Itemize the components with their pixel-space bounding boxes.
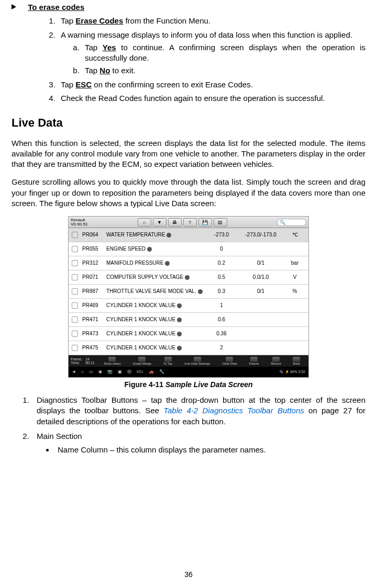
param-id: PR064 (82, 231, 106, 239)
info-icon[interactable] (198, 289, 203, 294)
tool-icon: ▼ (157, 219, 162, 225)
ss-tool-button[interactable]: ▼ (153, 218, 167, 227)
ss-home-button[interactable]: ⌂ (138, 218, 151, 227)
table-link[interactable]: Table 4-2 Diagnostics Toolbar Buttons (163, 406, 304, 415)
paragraph-2: Gesture scrolling allows you to quickly … (12, 177, 365, 209)
param-value: 0.6 (206, 316, 237, 323)
heading-live-data: Live Data (12, 115, 365, 131)
param-name: THROTTLE VALVE SAFE MODE VAL. (106, 288, 206, 295)
bottom-button[interactable]: Record (271, 357, 281, 366)
param-unit: % (284, 288, 305, 295)
bottom-button-icon (138, 357, 146, 362)
bottom-button-label: Live Data Settings (184, 362, 210, 366)
data-row[interactable]: PR887THROTTLE VALVE SAFE MODE VAL. 0.30/… (69, 285, 308, 299)
save-icon: 💾 (202, 219, 208, 225)
row-checkbox[interactable] (72, 260, 78, 266)
row-checkbox[interactable] (72, 288, 78, 295)
param-name: MANIFOLD PRESSURE (106, 259, 206, 267)
row-checkbox[interactable] (72, 246, 78, 252)
data-row[interactable]: PR055ENGINE SPEED 0 (69, 242, 308, 256)
bottom-button-label: Clear Data (222, 362, 237, 366)
ss-nav-bar: ◄ ⌂ ▭ ◉ 📷 ▣ Ⓜ VCI. 🚗 🔧 🔌 ⚡34% 3:52 (69, 367, 308, 377)
info-icon[interactable] (177, 318, 182, 322)
param-range: -273.0/-173.0 (237, 231, 284, 239)
ss-help-button[interactable]: ? (183, 218, 197, 227)
data-row[interactable]: PR312MANIFOLD PRESSURE 0.20/1bar (69, 256, 308, 270)
search-icon: 🔍 (280, 219, 285, 225)
info-icon[interactable] (177, 303, 182, 308)
param-value: 0.36 (206, 330, 237, 337)
param-id: PR312 (82, 259, 106, 267)
bottom-button[interactable]: Graph Merge (132, 357, 151, 366)
data-row[interactable]: PR071COMPUTER SUPPLY VOLTAGE 0.50.0/1.0V (69, 270, 308, 285)
ss-search-input[interactable]: 🔍 (277, 219, 306, 226)
data-row[interactable]: PR064WATER TEMPERATURE -273.0-273.0/-173… (69, 228, 308, 242)
info-icon[interactable] (177, 332, 182, 336)
bottom-button[interactable]: Live Data Settings (184, 357, 210, 366)
m-icon[interactable]: Ⓜ (127, 369, 131, 375)
camera-icon[interactable]: 📷 (107, 369, 113, 375)
param-value: -273.0 (206, 231, 237, 239)
step-2b: Tap No to exit. (82, 65, 365, 76)
param-range: 0.0/1.0 (237, 274, 284, 281)
bottom-button[interactable]: To Top (163, 357, 173, 366)
tool-icon[interactable]: 🔧 (159, 369, 164, 375)
log-icon: ▤ (218, 219, 223, 225)
vci-icon: VCI. (137, 369, 144, 374)
info-icon[interactable] (165, 261, 170, 266)
row-checkbox[interactable] (72, 331, 78, 337)
param-unit: V (284, 274, 305, 281)
bottom-button[interactable]: Show select (104, 357, 120, 366)
browser-icon[interactable]: ◉ (98, 369, 102, 375)
param-unit: bar (284, 259, 305, 267)
param-id: PR475 (82, 344, 106, 352)
home-icon[interactable]: ⌂ (81, 369, 84, 375)
post-item-2: Main Section Name Column – this column d… (31, 431, 365, 456)
step-2a: Tap Yes to continue. A confirming screen… (82, 42, 365, 64)
param-unit: ℃ (284, 231, 305, 239)
data-row[interactable]: PR473CYLINDER 1 KNOCK VALUE 0.36 (69, 327, 308, 341)
bottom-button-icon (250, 357, 258, 362)
app-icon[interactable]: ▣ (118, 369, 122, 375)
erase-codes-steps: Tap Erase Codes from the Function Menu. … (12, 16, 365, 104)
bottom-button-label: Show select (104, 362, 120, 366)
live-data-screenshot: Renault V0.90.53 ⌂ ▼ 🖶 ? 💾 ▤ 🔍 PR064WATE… (68, 216, 309, 378)
param-value: 0.2 (206, 259, 237, 267)
bullet-triangle-icon (12, 4, 16, 9)
ss-print-button[interactable]: 🖶 (168, 218, 182, 227)
info-icon[interactable] (167, 233, 171, 238)
row-checkbox[interactable] (72, 274, 78, 280)
param-name: CYLINDER 1 KNOCK VALUE (106, 344, 206, 352)
figure-caption: Figure 4-11 Sample Live Data Screen (12, 380, 365, 390)
data-row[interactable]: PR469CYLINDER 1 KNOCK VALUE 1 (69, 299, 308, 313)
row-checkbox[interactable] (72, 345, 78, 351)
param-value: 2 (206, 344, 237, 352)
info-icon[interactable] (177, 346, 182, 350)
bottom-button[interactable]: Clear Data (222, 357, 237, 366)
param-value: 0.5 (206, 274, 237, 281)
ss-log-button[interactable]: ▤ (214, 218, 227, 227)
car-icon[interactable]: 🚗 (149, 369, 154, 375)
info-icon[interactable] (147, 247, 152, 252)
param-name: CYLINDER 1 KNOCK VALUE (106, 316, 206, 323)
bottom-button[interactable]: Freeze (249, 357, 259, 366)
ss-app-title: Renault V0.90.53 (71, 218, 87, 227)
param-id: PR473 (82, 330, 106, 337)
ss-toolbar: Renault V0.90.53 ⌂ ▼ 🖶 ? 💾 ▤ 🔍 (69, 217, 308, 228)
ss-save-button[interactable]: 💾 (198, 218, 212, 227)
data-row[interactable]: PR471CYLINDER 1 KNOCK VALUE 0.6 (69, 313, 308, 327)
row-checkbox[interactable] (72, 232, 78, 238)
step-2-sub: Tap Yes to continue. A confirming screen… (61, 42, 365, 76)
param-name: CYLINDER 1 KNOCK VALUE (106, 302, 206, 309)
bottom-button[interactable]: Back (293, 357, 300, 366)
recent-icon[interactable]: ▭ (89, 369, 93, 375)
row-checkbox[interactable] (72, 316, 78, 323)
row-checkbox[interactable] (72, 302, 78, 309)
bottom-button-label: Graph Merge (132, 362, 151, 366)
paragraph-1: When this function is selected, the scre… (12, 138, 365, 170)
data-row[interactable]: PR475CYLINDER 1 KNOCK VALUE 2 (69, 341, 308, 355)
post-item-2-bullets: Name Column – this column displays the p… (37, 445, 365, 455)
info-icon[interactable] (185, 275, 190, 280)
print-icon: 🖶 (172, 219, 177, 225)
back-icon[interactable]: ◄ (72, 369, 76, 375)
